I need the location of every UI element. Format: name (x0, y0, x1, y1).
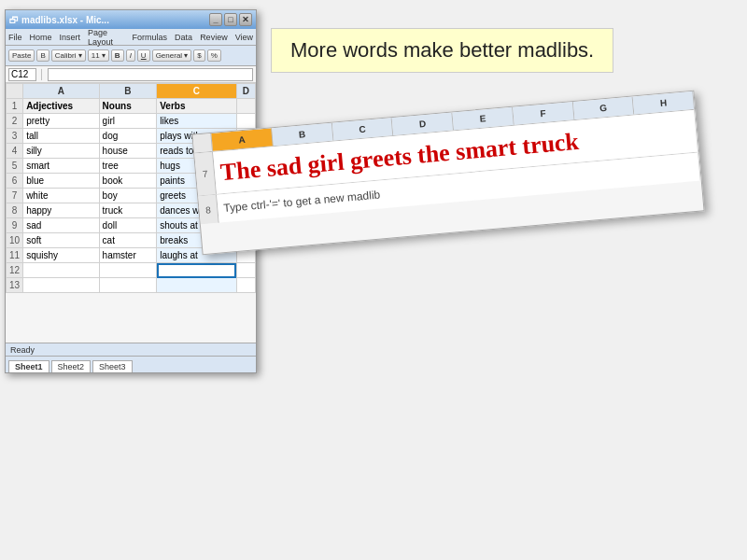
excel-titlebar: 🗗 madlibs.xlsx - Mic... _ □ ✕ (6, 10, 256, 29)
row-num-11: 11 (7, 248, 23, 263)
cell-C12[interactable] (157, 263, 236, 278)
hint-text: Type ctrl-'=' to get a new madlib (223, 188, 381, 215)
cell-reference-input[interactable] (8, 68, 36, 81)
excel-title: madlibs.xlsx - Mic... (21, 15, 109, 25)
cell-D2[interactable] (236, 114, 255, 129)
cell-A6[interactable]: blue (23, 174, 99, 189)
maximize-button[interactable]: □ (224, 13, 237, 26)
col-header-C[interactable]: C (157, 84, 236, 99)
minimize-button[interactable]: _ (209, 13, 222, 26)
menu-insert[interactable]: Insert (60, 33, 81, 42)
percent-button[interactable]: % (207, 49, 221, 62)
cell-B1[interactable]: Nouns (99, 99, 157, 114)
bold-button[interactable]: B (111, 49, 124, 62)
excel-sheettabs: Sheet1 Sheet2 Sheet3 (6, 356, 256, 372)
excel-formulabar: │ (6, 66, 256, 83)
grid-row-1: 1AdjectivesNounsVerbs (7, 99, 256, 114)
formula-separator: │ (39, 69, 45, 79)
cell-A11[interactable]: squishy (23, 248, 99, 263)
cell-A12[interactable] (23, 263, 99, 278)
menu-review[interactable]: Review (200, 33, 228, 42)
menu-data[interactable]: Data (175, 33, 192, 42)
cell-D13[interactable] (236, 278, 255, 293)
format-select[interactable]: General ▾ (152, 49, 192, 62)
cell-A9[interactable]: sad (23, 218, 99, 233)
underline-button[interactable]: U (137, 49, 150, 62)
col-header-A[interactable]: A (23, 84, 99, 99)
excel-statusbar: Ready (6, 343, 256, 356)
heading-text: More words make better madlibs. (290, 38, 594, 62)
result-corner (192, 133, 213, 153)
result-window: A B C D E F G H 7 The sad girl greets th… (191, 91, 704, 256)
row-num-5: 5 (7, 159, 23, 174)
cell-B12[interactable] (99, 263, 157, 278)
cell-B13[interactable] (99, 278, 157, 293)
cell-B9[interactable]: doll (99, 218, 157, 233)
row-num-2: 2 (7, 114, 23, 129)
row-num-6: 6 (7, 174, 23, 189)
cell-A7[interactable]: white (23, 189, 99, 203)
row-num-4: 4 (7, 144, 23, 159)
close-button[interactable]: ✕ (239, 13, 252, 26)
col-header-B[interactable]: B (99, 84, 157, 99)
menu-pagelayout[interactable]: Page Layout (88, 28, 125, 47)
formula-input[interactable] (48, 68, 253, 81)
cell-B2[interactable]: girl (99, 114, 157, 129)
cell-A5[interactable]: smart (23, 159, 99, 174)
cell-A10[interactable]: soft (23, 233, 99, 248)
cell-B7[interactable]: boy (99, 189, 157, 203)
menu-home[interactable]: Home (30, 33, 52, 42)
row-num-8: 8 (7, 203, 23, 218)
cell-B11[interactable]: hamster (99, 248, 157, 263)
cell-A13[interactable] (23, 278, 99, 293)
result-row-8-num: 8 (198, 195, 219, 225)
cell-C13[interactable] (157, 278, 236, 293)
row-num-9: 9 (7, 218, 23, 233)
font-select[interactable]: Calibri ▾ (51, 49, 86, 62)
cell-B3[interactable]: dog (99, 129, 157, 144)
copy-button[interactable]: B (36, 49, 49, 62)
italic-button[interactable]: I (126, 49, 135, 62)
grid-row-12: 12 (7, 263, 256, 278)
row-num-13: 13 (7, 278, 23, 293)
status-text: Ready (10, 345, 35, 355)
cell-B8[interactable]: truck (99, 203, 157, 218)
row-num-1: 1 (7, 99, 23, 114)
col-header-D[interactable]: D (236, 84, 255, 99)
sheet-tab-3[interactable]: Sheet3 (92, 360, 133, 372)
excel-icon: 🗗 (9, 15, 19, 25)
corner-cell (7, 84, 23, 99)
row-num-3: 3 (7, 129, 23, 144)
row-num-7: 7 (7, 189, 23, 203)
menu-file[interactable]: File (8, 33, 22, 42)
cell-C2[interactable]: likes (157, 114, 236, 129)
cell-A3[interactable]: tall (23, 129, 99, 144)
cell-B10[interactable]: cat (99, 233, 157, 248)
cell-D1[interactable] (236, 99, 255, 114)
currency-button[interactable]: $ (193, 49, 204, 62)
cell-B4[interactable]: house (99, 144, 157, 159)
cell-B6[interactable]: book (99, 174, 157, 189)
paste-button[interactable]: Paste (8, 49, 35, 62)
excel-menubar: File Home Insert Page Layout Formulas Da… (6, 29, 256, 46)
cell-B5[interactable]: tree (99, 159, 157, 174)
sheet-tab-2[interactable]: Sheet2 (51, 360, 92, 372)
cell-D12[interactable] (236, 263, 255, 278)
fontsize-select[interactable]: 11 ▾ (88, 49, 109, 62)
row-num-12: 12 (7, 263, 23, 278)
grid-row-2: 2prettygirllikes (7, 114, 256, 129)
menu-formulas[interactable]: Formulas (133, 33, 168, 42)
cell-C1[interactable]: Verbs (157, 99, 236, 114)
column-header-row: A B C D (7, 84, 256, 99)
grid-row-13: 13 (7, 278, 256, 293)
row-num-10: 10 (7, 233, 23, 248)
cell-A2[interactable]: pretty (23, 114, 99, 129)
heading-box: More words make better madlibs. (271, 28, 613, 73)
cell-A8[interactable]: happy (23, 203, 99, 218)
menu-view[interactable]: View (235, 33, 253, 42)
cell-A4[interactable]: silly (23, 144, 99, 159)
cell-A1[interactable]: Adjectives (23, 99, 99, 114)
excel-toolbar: Paste B Calibri ▾ 11 ▾ B I U General ▾ $… (6, 46, 256, 66)
titlebar-buttons: _ □ ✕ (209, 13, 252, 26)
sheet-tab-1[interactable]: Sheet1 (8, 360, 49, 372)
